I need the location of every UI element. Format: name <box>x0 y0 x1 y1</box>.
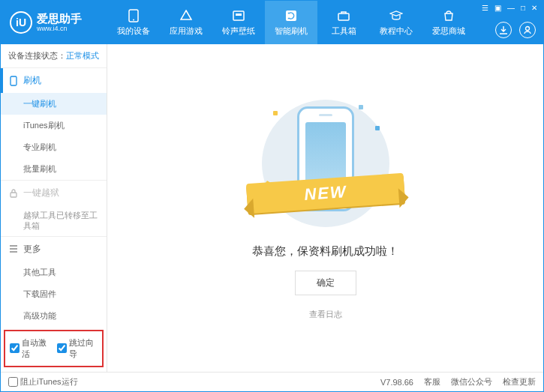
nav-label: 我的设备 <box>117 25 150 37</box>
maximize-icon[interactable]: □ <box>521 4 525 12</box>
checkbox-auto-activate[interactable]: 自动激活 <box>10 337 51 360</box>
svg-rect-7 <box>11 76 17 85</box>
close-icon[interactable]: ✕ <box>531 4 537 12</box>
nav-store[interactable]: 爱思商城 <box>422 1 475 44</box>
app-title: 爱思助手 <box>37 13 82 25</box>
nav-ringtones[interactable]: 铃声壁纸 <box>212 1 265 44</box>
sidebar-more-header[interactable]: 更多 <box>1 237 107 262</box>
device-status: 设备连接状态：正常模式 <box>1 44 107 67</box>
svg-rect-3 <box>236 13 242 16</box>
user-icon[interactable] <box>519 22 536 38</box>
sidebar-head-label: 刷机 <box>23 74 41 87</box>
sidebar-item-oneclick[interactable]: 一键刷机 <box>1 93 107 115</box>
nav-toolbox[interactable]: 工具箱 <box>317 1 370 44</box>
main-content: NEW 恭喜您，保资料刷机成功啦！ 确定 查看日志 <box>107 44 543 372</box>
sidebar-jailbreak-header[interactable]: 一键越狱 <box>1 181 107 205</box>
nav-flash[interactable]: 智能刷机 <box>265 1 317 44</box>
flash-icon <box>284 9 298 22</box>
store-icon <box>442 9 455 22</box>
apps-icon <box>179 9 193 22</box>
wallpaper-icon <box>232 9 245 22</box>
minimize-icon[interactable]: — <box>507 4 515 12</box>
sidebar-head-label: 更多 <box>23 243 41 256</box>
sidebar-item-pro[interactable]: 专业刷机 <box>1 136 107 158</box>
header: iU 爱思助手 www.i4.cn 我的设备 应用游戏 铃声壁纸 智能刷机 <box>1 1 543 44</box>
sidebar-flash-header[interactable]: 刷机 <box>1 68 107 93</box>
nav-label: 智能刷机 <box>275 25 308 37</box>
svg-rect-4 <box>286 10 296 21</box>
nav-label: 铃声壁纸 <box>222 25 255 37</box>
nav-my-device[interactable]: 我的设备 <box>107 1 160 44</box>
view-log-link[interactable]: 查看日志 <box>309 309 342 320</box>
sidebar-item-advanced[interactable]: 高级功能 <box>1 305 107 327</box>
header-actions <box>495 22 536 38</box>
logo-icon: iU <box>10 11 32 34</box>
svg-rect-5 <box>338 13 349 20</box>
nav-label: 应用游戏 <box>170 25 203 37</box>
toolbox-icon <box>337 9 350 22</box>
sidebar-item-itunes[interactable]: iTunes刷机 <box>1 115 107 136</box>
ok-button[interactable]: 确定 <box>295 271 356 295</box>
skin-icon[interactable]: ▣ <box>494 4 501 12</box>
menu-icon[interactable]: ☰ <box>482 4 488 12</box>
app-window: iU 爱思助手 www.i4.cn 我的设备 应用游戏 铃声壁纸 智能刷机 <box>0 0 544 392</box>
sidebar-head-label: 一键越狱 <box>23 187 59 199</box>
phone-icon <box>127 9 140 22</box>
jailbreak-note: 越狱工具已转移至工具箱 <box>1 205 107 236</box>
checkbox-block-itunes[interactable]: 阻止iTunes运行 <box>8 376 78 388</box>
phone-small-icon <box>8 76 19 86</box>
success-message: 恭喜您，保资料刷机成功啦！ <box>252 244 398 259</box>
link-update[interactable]: 检查更新 <box>503 376 536 388</box>
sidebar-item-other[interactable]: 其他工具 <box>1 262 107 283</box>
link-wechat[interactable]: 微信公众号 <box>451 376 492 388</box>
nav-apps[interactable]: 应用游戏 <box>160 1 212 44</box>
success-illustration: NEW <box>258 96 393 231</box>
lock-icon <box>8 188 19 199</box>
sidebar-item-batch[interactable]: 批量刷机 <box>1 158 107 180</box>
checkbox-skip-guide[interactable]: 跳过向导 <box>57 337 98 360</box>
svg-point-6 <box>526 27 530 31</box>
nav-tutorials[interactable]: 教程中心 <box>370 1 422 44</box>
sidebar-item-firmware[interactable]: 下载固件 <box>1 283 107 305</box>
nav-label: 教程中心 <box>380 25 413 37</box>
window-controls: ☰ ▣ — □ ✕ <box>476 1 543 15</box>
svg-point-1 <box>133 19 134 20</box>
nav-label: 爱思商城 <box>432 25 465 37</box>
logo: iU 爱思助手 www.i4.cn <box>1 11 107 34</box>
version-label: V7.98.66 <box>380 378 413 387</box>
body: 设备连接状态：正常模式 刷机 一键刷机 iTunes刷机 专业刷机 批量刷机 一… <box>1 44 543 372</box>
sidebar: 设备连接状态：正常模式 刷机 一键刷机 iTunes刷机 专业刷机 批量刷机 一… <box>1 44 107 372</box>
footer: 阻止iTunes运行 V7.98.66 客服 微信公众号 检查更新 <box>1 372 543 391</box>
link-service[interactable]: 客服 <box>424 376 440 388</box>
list-icon <box>8 244 19 254</box>
app-url: www.i4.cn <box>37 25 82 32</box>
options-row: 自动激活 跳过向导 <box>4 330 104 367</box>
nav-label: 工具箱 <box>332 25 356 37</box>
tutorial-icon <box>389 9 403 22</box>
status-value: 正常模式 <box>66 51 99 60</box>
svg-rect-8 <box>11 193 17 197</box>
download-icon[interactable] <box>495 22 512 38</box>
